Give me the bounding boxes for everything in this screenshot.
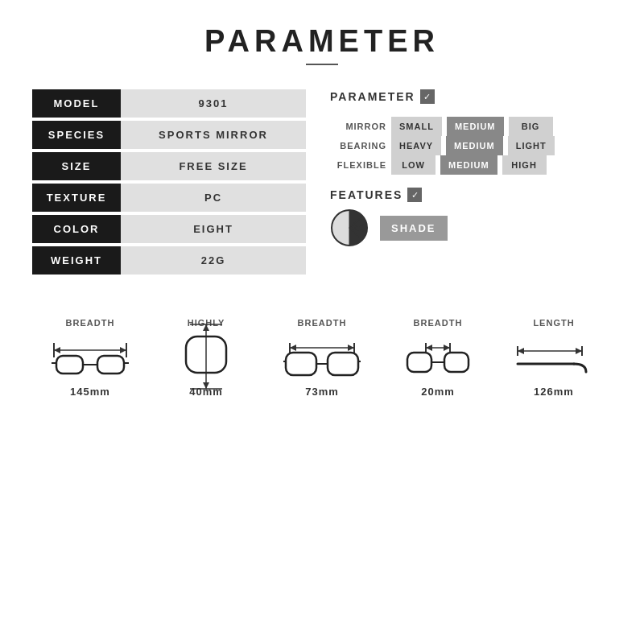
measure-item: BREADTH 73mm (282, 318, 362, 398)
measure-label: BREADTH (298, 318, 347, 328)
param-header-text: PARAMETER (330, 90, 415, 103)
table-row: SPECIES SPORTS MIRROR (32, 121, 306, 149)
table-row: COLOR EIGHT (32, 215, 306, 243)
shade-badge: SHADE (380, 216, 448, 241)
table-value: FREE SIZE (121, 152, 306, 180)
table-label: MODEL (32, 89, 121, 118)
page-container: PARAMETER MODEL 9301 SPECIES SPORTS MIRR… (0, 0, 644, 644)
table-label: SPECIES (32, 121, 121, 149)
features-header: FEATURES (330, 188, 612, 202)
features-check-icon (407, 188, 422, 202)
measure-value: 20mm (421, 386, 455, 398)
svg-rect-35 (444, 353, 469, 372)
table-label: SIZE (32, 152, 121, 180)
param-option[interactable]: HEAVY (391, 136, 441, 155)
svg-marker-40 (518, 348, 524, 354)
param-option[interactable]: MEDIUM (446, 136, 503, 155)
svg-marker-5 (54, 347, 60, 353)
measure-value: 73mm (305, 386, 339, 398)
measure-value: 145mm (70, 386, 110, 398)
param-row-label: BEARING (330, 141, 386, 151)
measure-diagram (514, 332, 594, 381)
table-value: SPORTS MIRROR (121, 121, 306, 149)
measure-diagram (282, 332, 362, 381)
svg-marker-22 (290, 345, 296, 351)
measure-item: LENGTH 126mm (514, 318, 594, 398)
measure-item: BREADTH 145mm (50, 318, 130, 398)
param-row-label: MIRROR (330, 122, 386, 131)
measure-diagram (398, 332, 478, 381)
measure-item: HIGHLY 40mm (166, 318, 246, 398)
svg-rect-7 (56, 356, 83, 374)
check-icon (420, 89, 435, 104)
measure-label: BREADTH (414, 318, 463, 328)
svg-marker-33 (444, 345, 450, 351)
table-row: TEXTURE PC (32, 184, 306, 212)
table-label: COLOR (32, 215, 121, 243)
param-option[interactable]: LIGHT (508, 136, 555, 155)
shade-svg-icon (330, 208, 369, 247)
table-row: SIZE FREE SIZE (32, 152, 306, 180)
content-area: MODEL 9301 SPECIES SPORTS MIRROR SIZE FR… (32, 89, 612, 278)
table-value: EIGHT (121, 215, 306, 243)
svg-rect-34 (407, 353, 431, 372)
param-row: MIRRORSMALLMEDIUMBIG (330, 117, 612, 136)
measure-value: 126mm (534, 386, 574, 398)
measure-item: BREADTH 20mm (398, 318, 478, 398)
param-option[interactable]: BIG (509, 117, 553, 136)
table-label: TEXTURE (32, 184, 121, 212)
measurements-row: BREADTH 145mm HIGHLY 40mm BREADTH (32, 318, 612, 398)
page-title: PARAMETER (204, 24, 440, 59)
param-rows: MIRRORSMALLMEDIUMBIGBEARINGHEAVYMEDIUMLI… (330, 117, 612, 175)
measure-diagram (50, 332, 130, 381)
table-row: MODEL 9301 (32, 89, 306, 118)
param-option[interactable]: HIGH (502, 155, 547, 175)
left-table: MODEL 9301 SPECIES SPORTS MIRROR SIZE FR… (32, 89, 306, 278)
svg-marker-23 (348, 345, 354, 351)
param-row: FLEXIBLELOWMEDIUMHIGH (330, 155, 612, 175)
param-row: BEARINGHEAVYMEDIUMLIGHT (330, 136, 612, 155)
table-value: PC (121, 184, 306, 212)
measure-label: BREADTH (66, 318, 115, 328)
features-header-text: FEATURES (330, 188, 402, 201)
svg-rect-24 (286, 353, 316, 375)
table-value: 9301 (121, 89, 306, 118)
table-row: WEIGHT 22G (32, 246, 306, 275)
right-panel: PARAMETER MIRRORSMALLMEDIUMBIGBEARINGHEA… (330, 89, 612, 278)
measure-diagram (166, 332, 246, 381)
param-option[interactable]: SMALL (391, 117, 442, 136)
svg-marker-41 (576, 348, 582, 354)
table-value: 22G (121, 246, 306, 275)
svg-marker-6 (120, 347, 126, 353)
svg-rect-25 (328, 353, 358, 375)
svg-marker-13 (203, 324, 209, 331)
param-row-label: FLEXIBLE (330, 160, 386, 170)
features-content: SHADE (330, 208, 612, 247)
param-option[interactable]: MEDIUM (447, 117, 504, 136)
param-header: PARAMETER (330, 89, 612, 104)
title-underline (306, 64, 338, 65)
table-label: WEIGHT (32, 246, 121, 275)
svg-marker-32 (426, 345, 432, 351)
features-section: FEATURES SHADE (330, 188, 612, 247)
measure-label: LENGTH (533, 318, 574, 328)
svg-rect-8 (97, 356, 124, 374)
param-option[interactable]: MEDIUM (440, 155, 497, 175)
param-option[interactable]: LOW (391, 155, 436, 175)
measure-value: 40mm (189, 386, 223, 398)
